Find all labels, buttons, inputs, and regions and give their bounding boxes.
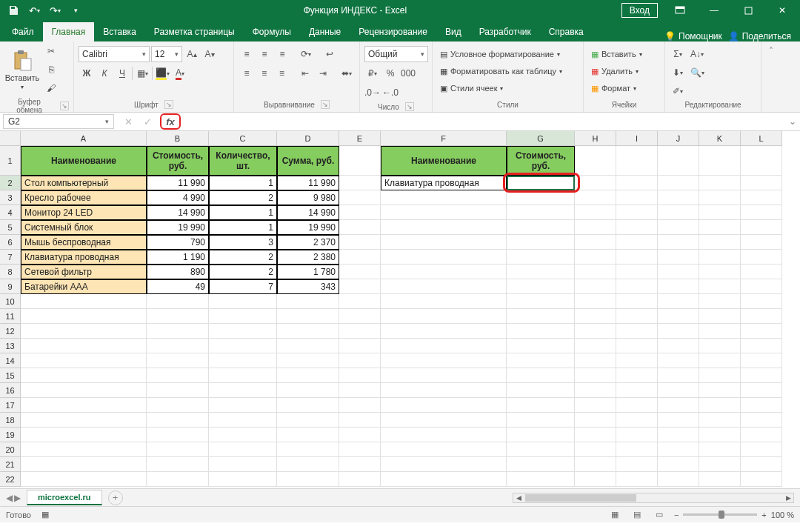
cell-A16[interactable]: [21, 383, 147, 398]
cell-F3[interactable]: [381, 190, 507, 205]
formula-input[interactable]: [185, 114, 785, 129]
cell-I22[interactable]: [616, 472, 658, 487]
cell-D7[interactable]: 2 380: [277, 250, 339, 265]
cell-H15[interactable]: [575, 368, 616, 383]
cell-D10[interactable]: [277, 294, 339, 309]
cell-F17[interactable]: [381, 398, 507, 413]
cell-B19[interactable]: [147, 428, 209, 442]
cell-G17[interactable]: [507, 398, 575, 413]
row-header-8[interactable]: 8: [0, 265, 21, 279]
cell-B7[interactable]: 1 190: [147, 250, 209, 265]
tab-view[interactable]: Вид: [436, 22, 470, 41]
row-header-4[interactable]: 4: [0, 205, 21, 220]
align-right-icon[interactable]: ≡: [274, 65, 290, 82]
increase-decimal-icon[interactable]: .0→: [364, 84, 381, 101]
tab-insert[interactable]: Вставка: [94, 22, 145, 41]
cell-F7[interactable]: [381, 250, 507, 265]
zoom-in-button[interactable]: +: [761, 511, 766, 519]
row-header-20[interactable]: 20: [0, 442, 21, 457]
cell-D8[interactable]: 1 780: [277, 265, 339, 279]
cell-E21[interactable]: [339, 457, 381, 472]
cell-K10[interactable]: [699, 294, 741, 309]
insert-cells-button[interactable]: ▦Вставить▾: [588, 46, 645, 62]
cell-H16[interactable]: [575, 383, 616, 398]
cell-I4[interactable]: [616, 205, 658, 220]
align-center-icon[interactable]: ≡: [256, 65, 273, 82]
cell-D11[interactable]: [277, 309, 339, 324]
cell-J12[interactable]: [658, 324, 699, 339]
dialog-launcher-icon[interactable]: ↘: [60, 102, 69, 110]
cell-A21[interactable]: [21, 457, 147, 472]
cell-J8[interactable]: [658, 265, 699, 279]
new-sheet-button[interactable]: +: [108, 491, 123, 505]
cell-L14[interactable]: [741, 353, 782, 368]
cell-I1[interactable]: [616, 146, 658, 176]
cell-J13[interactable]: [658, 339, 699, 353]
cell-G15[interactable]: [507, 368, 575, 383]
conditional-formatting-button[interactable]: ▤Условное форматирование▾: [437, 46, 565, 62]
cell-styles-button[interactable]: ▣Стили ячеек▾: [437, 80, 565, 96]
cell-A14[interactable]: [21, 353, 147, 368]
cell-I8[interactable]: [616, 265, 658, 279]
cell-B2[interactable]: 11 990: [147, 176, 209, 190]
tab-developer[interactable]: Разработчик: [470, 22, 540, 41]
cell-H11[interactable]: [575, 309, 616, 324]
bold-button[interactable]: Ж: [79, 65, 95, 82]
cell-B1[interactable]: Стоимость, руб.: [147, 146, 209, 176]
cell-A3[interactable]: Кресло рабочее: [21, 190, 147, 205]
cell-D13[interactable]: [277, 339, 339, 353]
cell-A1[interactable]: Наименование: [21, 146, 147, 176]
cell-D6[interactable]: 2 370: [277, 235, 339, 250]
cell-C9[interactable]: 7: [209, 279, 277, 294]
cell-K21[interactable]: [699, 457, 741, 472]
cell-F10[interactable]: [381, 294, 507, 309]
cell-K9[interactable]: [699, 279, 741, 294]
cell-G21[interactable]: [507, 457, 575, 472]
row-header-13[interactable]: 13: [0, 339, 21, 353]
cell-L22[interactable]: [741, 472, 782, 487]
cell-I7[interactable]: [616, 250, 658, 265]
cell-L18[interactable]: [741, 413, 782, 428]
decrease-font-icon[interactable]: A▾: [201, 46, 218, 62]
tab-home[interactable]: Главная: [43, 22, 95, 41]
cell-A10[interactable]: [21, 294, 147, 309]
cell-A2[interactable]: Стол компьютерный: [21, 176, 147, 190]
cell-I5[interactable]: [616, 220, 658, 235]
col-header-L[interactable]: L: [741, 131, 782, 146]
align-bottom-icon[interactable]: ≡: [274, 46, 290, 62]
cell-H18[interactable]: [575, 413, 616, 428]
cell-L11[interactable]: [741, 309, 782, 324]
cell-C10[interactable]: [209, 294, 277, 309]
cell-F6[interactable]: [381, 235, 507, 250]
cell-B4[interactable]: 14 990: [147, 205, 209, 220]
cell-C22[interactable]: [209, 472, 277, 487]
cell-F9[interactable]: [381, 279, 507, 294]
cell-B22[interactable]: [147, 472, 209, 487]
cell-I10[interactable]: [616, 294, 658, 309]
accept-formula-icon[interactable]: ✓: [141, 115, 154, 128]
cell-I2[interactable]: [616, 176, 658, 190]
row-header-10[interactable]: 10: [0, 294, 21, 309]
cell-L8[interactable]: [741, 265, 782, 279]
cell-J1[interactable]: [658, 146, 699, 176]
cell-H10[interactable]: [575, 294, 616, 309]
font-color-button[interactable]: A▾: [172, 65, 188, 82]
cell-G10[interactable]: [507, 294, 575, 309]
cell-E15[interactable]: [339, 368, 381, 383]
cell-C14[interactable]: [209, 353, 277, 368]
row-header-7[interactable]: 7: [0, 250, 21, 265]
cell-E4[interactable]: [339, 205, 381, 220]
cell-A18[interactable]: [21, 413, 147, 428]
cell-E7[interactable]: [339, 250, 381, 265]
cell-I6[interactable]: [616, 235, 658, 250]
cell-B10[interactable]: [147, 294, 209, 309]
cell-C4[interactable]: 1: [209, 205, 277, 220]
cell-L19[interactable]: [741, 428, 782, 442]
cell-K15[interactable]: [699, 368, 741, 383]
cell-D4[interactable]: 14 990: [277, 205, 339, 220]
cell-F19[interactable]: [381, 428, 507, 442]
cell-J10[interactable]: [658, 294, 699, 309]
row-header-14[interactable]: 14: [0, 353, 21, 368]
row-header-5[interactable]: 5: [0, 220, 21, 235]
cell-C19[interactable]: [209, 428, 277, 442]
